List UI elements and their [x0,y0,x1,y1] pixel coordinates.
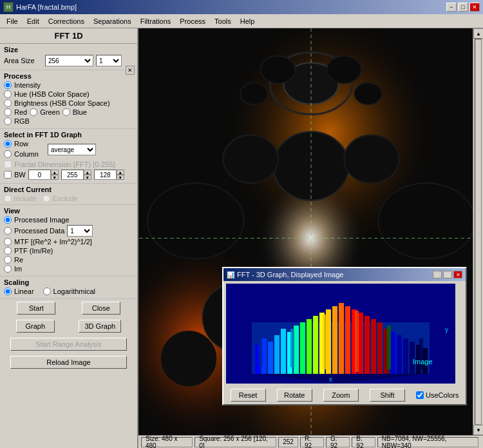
bw-row: BW ▲▼ ▲▼ ▲▼ [4,170,133,180]
zoom-button[interactable]: Zoom [323,389,359,402]
bw2-down[interactable]: ▼ [117,175,124,180]
use-colors-check[interactable] [416,391,424,399]
graph-maximize[interactable]: □ [443,271,452,278]
menu-edit[interactable]: Edit [23,16,43,26]
scroll-down-button[interactable]: ▼ [473,425,483,435]
radio-processed-data[interactable] [4,227,12,235]
start-range-button[interactable]: Start Range Analysis [10,338,127,351]
radio-re[interactable] [4,256,12,264]
radio-green[interactable] [30,108,37,116]
red-label: Red [14,108,27,116]
re-label: Re [14,256,23,264]
svg-point-8 [327,56,361,84]
menu-corrections[interactable]: Corrections [44,16,88,26]
area-size-second[interactable]: 123 [96,55,122,66]
scrollbar[interactable]: ▲ ▼ [473,28,483,435]
process-brightness-row: Brightness (HSB Color Space) [4,99,133,107]
bw-val0[interactable] [28,170,51,180]
radio-linear[interactable] [4,287,12,295]
radio-intensity[interactable] [4,81,12,89]
status-square: Square: 256 x 256 [120, 0] [194,437,276,447]
left-panel: FFT 1D ✕ Size Area Size 25612864 123 Pro… [0,28,138,448]
brightness-label: Brightness (HSB Color Space) [14,99,110,107]
radio-hue[interactable] [4,90,12,98]
rotate-button[interactable]: Rotate [277,389,312,402]
area-size-select[interactable]: 25612864 [45,55,93,66]
svg-rect-49 [403,338,408,374]
menu-process[interactable]: Process [176,16,209,26]
btn-row-4: Reload Image [0,353,137,371]
radio-brightness[interactable] [4,99,12,107]
maximize-button[interactable]: □ [458,3,468,12]
graph-close[interactable]: ✕ [453,271,462,278]
radio-row[interactable] [4,140,12,148]
bw-val1[interactable] [61,170,84,180]
view-processed-data-row: Processed Data 123 [4,225,133,237]
bw2-up[interactable]: ▲ [117,170,124,175]
y-axis-label: y [445,326,448,333]
menu-file[interactable]: File [3,16,22,26]
process-section: Process Intensity Hue (HSB Color Space) … [0,70,137,129]
svg-rect-29 [274,335,279,374]
graph-minimize[interactable]: − [433,271,442,278]
scroll-up-button[interactable]: ▲ [473,28,483,39]
bw1-up[interactable]: ▲ [84,170,91,175]
radio-logarithmical[interactable] [43,287,51,295]
radio-im[interactable] [4,265,12,273]
radio-red[interactable] [4,108,12,116]
bw1-down[interactable]: ▼ [84,175,91,180]
menu-separations[interactable]: Separations [90,16,135,26]
3d-graph-button[interactable]: 3D Graph [79,320,121,333]
fractal-dim-check[interactable] [4,161,12,168]
svg-point-9 [240,83,268,104]
graph-button[interactable]: Graph [16,320,55,333]
radio-rgb[interactable] [4,117,12,125]
bw-val2[interactable] [94,170,117,180]
radio-include[interactable] [4,195,12,202]
size-section: Size Area Size 25612864 123 [0,44,137,70]
im-label: Im [14,265,22,273]
menu-help[interactable]: Help [236,16,259,26]
svg-point-15 [379,183,475,258]
svg-rect-45 [377,322,383,374]
main-layout: FFT 1D ✕ Size Area Size 25612864 123 Pro… [0,28,483,448]
data-value-select[interactable]: 123 [67,225,93,237]
svg-rect-48 [397,335,402,374]
reload-button[interactable]: Reload Image [10,356,127,369]
processed-image-label: Processed Image [14,216,70,224]
status-value: 252 [278,437,298,447]
menu-filtrations[interactable]: Filtrations [137,16,175,26]
radio-ptf[interactable] [4,247,12,255]
view-im-row: Im [4,265,133,273]
radio-blue[interactable] [62,108,70,116]
bw0-down[interactable]: ▼ [51,175,59,180]
radio-mtf[interactable] [4,238,12,246]
view-processed-image-row: Processed Image [4,216,133,224]
include-exclude-row: Include Exclude [4,195,133,202]
reset-button[interactable]: Reset [231,389,266,402]
menu-tools[interactable]: Tools [211,16,235,26]
panel-close[interactable]: ✕ [126,66,135,75]
average-select[interactable]: averagesingle [48,144,96,155]
svg-rect-57 [387,326,391,369]
svg-point-14 [147,183,243,258]
process-hue-row: Hue (HSB Color Space) [4,90,133,98]
radio-column[interactable] [4,150,12,158]
start-button[interactable]: Start [17,302,55,315]
bw0-up[interactable]: ▲ [51,170,59,175]
radio-exclude[interactable] [43,195,50,202]
bw-check[interactable] [4,171,12,179]
radio-processed-image[interactable] [4,216,12,224]
svg-point-7 [261,56,295,84]
close-panel-button[interactable]: Close [82,302,120,315]
menu-bar: File Edit Corrections Separations Filtra… [0,14,483,28]
bw-label: BW [14,171,26,179]
scaling-section: Scaling Linear Logarithmical [0,277,137,299]
shift-button[interactable]: Shift [370,389,405,402]
graph-plot-area: x y Image [226,284,455,384]
svg-point-13 [344,135,399,183]
minimize-button[interactable]: − [446,3,457,12]
close-button[interactable]: ✕ [469,3,480,12]
scaling-label: Scaling [4,278,133,286]
view-ptf-row: PTF (Im/Re) [4,247,133,255]
